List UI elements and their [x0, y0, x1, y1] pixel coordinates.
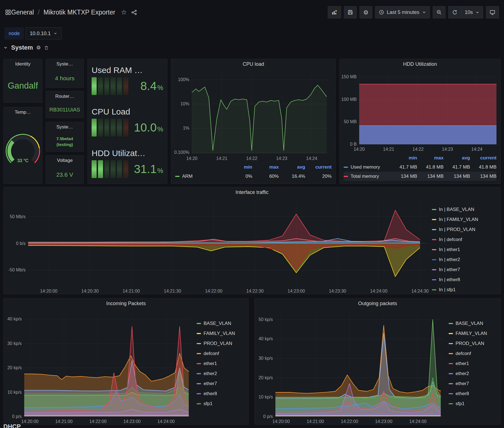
- outgoing-packets-chart[interactable]: 0 p/s10 kp/s20 kp/s30 kp/s40 kp/s50 kp/s…: [255, 308, 447, 424]
- legend-label: In | ether1: [439, 247, 460, 252]
- row-dhcp-title[interactable]: DHCP: [3, 423, 21, 428]
- legend-value: 134 MB: [470, 174, 496, 179]
- svg-text:14:20:30: 14:20:30: [81, 289, 99, 293]
- star-dashboard-button[interactable]: ☆: [121, 9, 127, 16]
- legend-item[interactable]: In | defconf: [432, 235, 498, 245]
- legend-item[interactable]: In | sfp1: [432, 285, 498, 294]
- share-dashboard-button[interactable]: [131, 9, 137, 15]
- panel-title[interactable]: Identity: [4, 59, 42, 69]
- legend-item[interactable]: ether7: [449, 379, 498, 389]
- row-collapse-chevron-icon[interactable]: [3, 45, 8, 50]
- svg-text:40 kp/s: 40 kp/s: [7, 317, 22, 321]
- panel-title[interactable]: HDD Utilization: [340, 59, 500, 69]
- breadcrumb-dashboard-title[interactable]: Mikrotik MKTXP Exporter: [43, 9, 115, 16]
- legend-item[interactable]: ether7: [197, 379, 246, 389]
- legend-item[interactable]: In | BASE_VLAN: [432, 205, 498, 215]
- panel-title[interactable]: Syste…: [46, 122, 84, 132]
- legend-item[interactable]: ether1: [449, 359, 498, 369]
- svg-text:20 kp/s: 20 kp/s: [7, 365, 22, 370]
- interface-traffic-chart[interactable]: 50 Mb/s0 b/s-50 Mb/s14:20:0014:20:3014:2…: [4, 197, 431, 294]
- row-settings-gear-icon[interactable]: ⚙: [36, 45, 41, 50]
- panel-title[interactable]: Syste…: [46, 59, 84, 69]
- legend-item[interactable]: In | ether1: [432, 245, 498, 255]
- panel-title[interactable]: Temp…: [4, 107, 42, 117]
- bargauge-title: HDD Utilizat…: [90, 148, 164, 160]
- legend-header-current[interactable]: current: [470, 155, 496, 161]
- refresh-interval-dropdown[interactable]: 10s: [461, 6, 483, 18]
- panel-title[interactable]: Router…: [46, 91, 84, 101]
- incoming-packets-chart[interactable]: 0 p/s10 kp/s20 kp/s30 kp/s40 kp/s14:20:0…: [4, 308, 195, 424]
- panel-title[interactable]: Outgoing packets: [255, 298, 500, 308]
- svg-text:50 MB: 50 MB: [344, 119, 357, 124]
- legend-item[interactable]: BASE_VLAN: [449, 318, 498, 329]
- legend-header-min[interactable]: min: [226, 164, 252, 170]
- legend-header-avg[interactable]: avg: [279, 164, 305, 170]
- panel-system-uptime: Syste… 4 hours: [46, 59, 84, 88]
- legend-item[interactable]: In | FAMILY_VLAN: [432, 215, 498, 225]
- legend-item[interactable]: ether2: [197, 369, 246, 379]
- legend-swatch: [197, 363, 201, 364]
- row-system-title[interactable]: System: [11, 44, 33, 51]
- voltage-value: 23.6 V: [46, 166, 84, 184]
- cycle-view-mode-button[interactable]: [486, 6, 499, 18]
- cpu-load-chart[interactable]: 100%10%1%0.100%14:2014:2114:2214:2314:24: [171, 69, 336, 161]
- legend-swatch: [432, 269, 436, 270]
- legend-item[interactable]: FAMILY_VLAN: [449, 329, 498, 339]
- legend-item[interactable]: FAMILY_VLAN: [197, 329, 246, 339]
- legend-header-current[interactable]: current: [305, 164, 332, 170]
- time-range-picker[interactable]: Last 5 minutes: [375, 6, 430, 18]
- hdd-utilization-chart[interactable]: 0 B50 MB100 MB150 MB14:2014:2114:2214:23…: [340, 69, 500, 152]
- legend-item[interactable]: defconf: [197, 349, 246, 359]
- panel-title[interactable]: Voltage: [46, 155, 84, 166]
- incoming-packets-legend: BASE_VLANFAMILY_VLANPROD_VLANdefconfethe…: [195, 308, 248, 424]
- legend-item[interactable]: sfp1: [197, 399, 246, 409]
- refresh-dashboard-button[interactable]: [448, 6, 461, 18]
- legend-header-max[interactable]: max: [417, 155, 444, 161]
- bargauge-segment: [92, 160, 97, 178]
- legend-item[interactable]: PROD_VLAN: [197, 339, 246, 349]
- legend-item[interactable]: ether1: [197, 359, 246, 369]
- legend-item[interactable]: In | ether7: [432, 265, 498, 275]
- legend-item[interactable]: Used memory: [344, 164, 391, 170]
- legend-header-avg[interactable]: avg: [444, 155, 470, 161]
- svg-text:0 p/s: 0 p/s: [263, 414, 273, 419]
- panel-cpu-load: CPU load 100%10%1%0.100%14:2014:2114:221…: [171, 59, 336, 184]
- legend-item[interactable]: In | PROD_VLAN: [432, 225, 498, 235]
- dashboard-settings-button[interactable]: ⚙: [359, 6, 372, 18]
- panel-title[interactable]: Incoming Packets: [4, 298, 248, 308]
- legend-item[interactable]: In | ether2: [432, 255, 498, 265]
- add-panel-button[interactable]: [328, 6, 341, 18]
- bargauge-bar: [92, 160, 128, 178]
- legend-item[interactable]: ARM: [175, 174, 226, 179]
- breadcrumb-folder[interactable]: General: [11, 9, 34, 16]
- legend-header-min[interactable]: min: [391, 155, 417, 161]
- dashboards-grid-icon[interactable]: [5, 9, 11, 15]
- svg-text:14:24:00: 14:24:00: [409, 419, 427, 424]
- legend-item[interactable]: ether2: [449, 369, 498, 379]
- legend-item[interactable]: BASE_VLAN: [197, 318, 246, 329]
- svg-text:10 kp/s: 10 kp/s: [7, 390, 22, 395]
- bargauge-segment: [104, 160, 109, 178]
- legend-label: ether8: [204, 391, 217, 397]
- legend-item[interactable]: sfp1: [449, 399, 498, 409]
- panel-routerboard: Router… RB3011UiAS: [46, 91, 84, 118]
- legend-item[interactable]: Total memory: [344, 174, 391, 179]
- legend-label: ether1: [204, 361, 217, 366]
- variable-node-dropdown[interactable]: 10.0.10.1: [26, 27, 62, 40]
- legend-label: BASE_VLAN: [456, 321, 483, 326]
- legend-item[interactable]: ether8: [197, 389, 246, 399]
- zoom-out-time-button[interactable]: [433, 6, 446, 18]
- legend-item[interactable]: defconf: [449, 349, 498, 359]
- legend-item[interactable]: In | ether8: [432, 275, 498, 285]
- legend-item[interactable]: PROD_VLAN: [449, 339, 498, 349]
- legend-item[interactable]: ether8: [449, 389, 498, 399]
- legend-label: In | ether7: [439, 267, 460, 273]
- panel-title[interactable]: CPU load: [171, 59, 336, 69]
- legend-header-max[interactable]: max: [252, 164, 279, 170]
- save-dashboard-button[interactable]: [344, 6, 357, 18]
- row-delete-trash-icon[interactable]: [44, 45, 49, 50]
- panel-title[interactable]: Interface traffic: [4, 187, 500, 197]
- legend-swatch: [344, 167, 348, 168]
- legend-swatch: [449, 333, 453, 334]
- bargauge-segment: [98, 119, 103, 137]
